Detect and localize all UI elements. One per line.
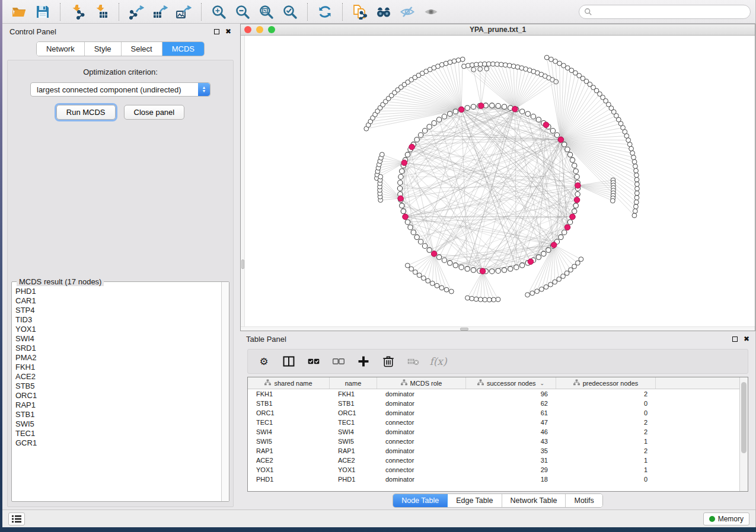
network-node[interactable] xyxy=(632,213,637,218)
network-node[interactable] xyxy=(550,129,555,133)
network-node[interactable] xyxy=(436,117,441,122)
mcds-result-node[interactable]: TID3 xyxy=(15,315,221,325)
network-node[interactable] xyxy=(413,270,417,274)
column-header-successor-nodes[interactable]: successor nodes⌄ xyxy=(466,377,556,389)
close-panel-icon[interactable]: ✖ xyxy=(225,28,231,35)
network-node[interactable] xyxy=(448,261,452,265)
network-node[interactable] xyxy=(465,105,470,110)
network-node[interactable] xyxy=(449,289,454,294)
mcds-result-node[interactable]: SRD1 xyxy=(15,344,221,353)
mcds-hub-node[interactable] xyxy=(570,214,576,220)
network-node[interactable] xyxy=(470,296,474,301)
network-node[interactable] xyxy=(418,239,423,244)
network-node[interactable] xyxy=(610,198,615,203)
network-node[interactable] xyxy=(539,287,544,291)
column-layout-button[interactable] xyxy=(279,352,299,371)
network-node[interactable] xyxy=(626,138,631,143)
network-node[interactable] xyxy=(562,230,567,235)
network-graph[interactable] xyxy=(241,36,755,331)
mcds-result-node[interactable]: ORC1 xyxy=(15,391,221,400)
tab-mcds[interactable]: MCDS xyxy=(162,42,204,56)
network-node[interactable] xyxy=(442,114,446,119)
network-horizontal-scrollbar[interactable] xyxy=(241,326,755,331)
network-node[interactable] xyxy=(453,263,458,268)
tab-style[interactable]: Style xyxy=(85,42,122,56)
tab-motifs[interactable]: Motifs xyxy=(566,494,602,507)
tab-select[interactable]: Select xyxy=(122,42,162,56)
zoom-fit-button[interactable] xyxy=(256,3,276,21)
mcds-hub-node[interactable] xyxy=(528,259,534,265)
mcds-hub-node[interactable] xyxy=(564,225,570,230)
table-row[interactable]: FKH1FKH1dominator962 xyxy=(248,389,739,399)
mcds-result-node[interactable]: YOX1 xyxy=(15,325,221,334)
network-node[interactable] xyxy=(561,274,566,278)
delete-column-button[interactable] xyxy=(378,352,398,371)
network-node[interactable] xyxy=(633,209,637,213)
mcds-result-node[interactable]: GCR1 xyxy=(15,438,221,448)
network-node[interactable] xyxy=(427,124,432,129)
network-node[interactable] xyxy=(634,173,639,178)
zoom-selected-button[interactable] xyxy=(280,3,300,21)
network-node[interactable] xyxy=(448,111,452,116)
network-node[interactable] xyxy=(559,235,563,239)
zoom-in-button[interactable] xyxy=(209,3,229,21)
export-image-button[interactable] xyxy=(174,3,194,21)
network-node[interactable] xyxy=(575,174,579,179)
network-node[interactable] xyxy=(575,192,580,197)
mcds-hub-node[interactable] xyxy=(480,268,486,274)
network-node[interactable] xyxy=(557,277,562,281)
network-node[interactable] xyxy=(632,159,637,164)
show-hidden-button[interactable] xyxy=(421,3,441,21)
network-node[interactable] xyxy=(634,168,639,173)
network-node[interactable] xyxy=(634,182,639,187)
network-node[interactable] xyxy=(422,129,427,133)
zoom-out-button[interactable] xyxy=(232,3,253,21)
column-header-shared-name[interactable]: shared name xyxy=(248,377,330,389)
mcds-result-node[interactable]: CAR1 xyxy=(15,296,221,306)
table-scrollbar[interactable] xyxy=(739,377,748,491)
network-node[interactable] xyxy=(378,174,383,179)
table-options-button[interactable]: ⚙ xyxy=(254,352,274,371)
network-node[interactable] xyxy=(535,289,540,294)
network-node[interactable] xyxy=(573,169,578,174)
mcds-hub-node[interactable] xyxy=(558,137,564,143)
network-node[interactable] xyxy=(411,230,416,235)
column-header-predecessor-nodes[interactable]: predecessor nodes xyxy=(556,377,656,389)
search-box[interactable] xyxy=(579,5,751,19)
export-network-button[interactable] xyxy=(126,3,146,21)
mcds-hub-node[interactable] xyxy=(575,182,581,188)
mcds-hub-node[interactable] xyxy=(574,197,580,203)
network-node[interactable] xyxy=(439,286,444,290)
float-panel-icon[interactable] xyxy=(214,29,219,34)
mcds-hub-node[interactable] xyxy=(403,214,409,220)
network-node[interactable] xyxy=(442,258,446,262)
network-node[interactable] xyxy=(554,133,559,137)
network-node[interactable] xyxy=(405,220,410,225)
network-node[interactable] xyxy=(418,133,423,137)
network-node[interactable] xyxy=(508,267,513,271)
network-node[interactable] xyxy=(405,152,410,157)
network-node[interactable] xyxy=(525,111,530,116)
mcds-result-node[interactable]: FKH1 xyxy=(15,363,221,372)
network-node[interactable] xyxy=(490,269,495,274)
network-node[interactable] xyxy=(496,104,500,108)
network-node[interactable] xyxy=(569,268,573,273)
network-node[interactable] xyxy=(435,283,439,288)
task-history-button[interactable] xyxy=(8,512,25,525)
memory-button[interactable]: Memory xyxy=(703,512,749,525)
network-node[interactable] xyxy=(465,296,470,300)
mcds-result-node[interactable]: STB5 xyxy=(15,382,221,391)
network-node[interactable] xyxy=(564,271,569,275)
network-node[interactable] xyxy=(465,267,470,271)
import-table-button[interactable] xyxy=(91,3,111,21)
network-node[interactable] xyxy=(567,152,572,157)
tab-node-table[interactable]: Node Table xyxy=(393,494,448,507)
network-node[interactable] xyxy=(436,255,441,259)
network-node[interactable] xyxy=(452,59,457,63)
network-node[interactable] xyxy=(634,196,639,200)
network-node[interactable] xyxy=(633,164,638,169)
mcds-hub-node[interactable] xyxy=(512,106,518,112)
mcds-hub-node[interactable] xyxy=(479,103,484,109)
network-node[interactable] xyxy=(554,79,559,84)
column-header-MCDS-role[interactable]: MCDS role xyxy=(377,377,466,389)
